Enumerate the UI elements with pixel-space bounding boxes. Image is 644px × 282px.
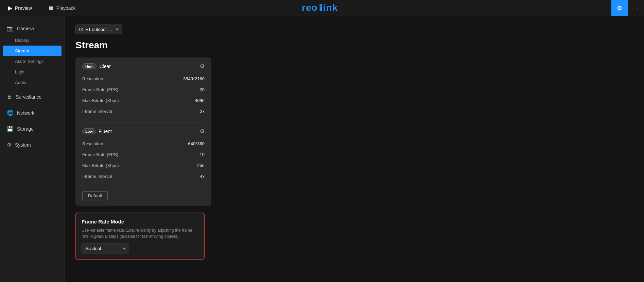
storage-icon: 💾: [7, 126, 14, 132]
page-title: Stream: [75, 40, 633, 51]
sidebar-item-stream[interactable]: Stream: [3, 46, 62, 56]
system-icon: ⚙: [7, 142, 12, 148]
high-resolution-label: Resolution: [82, 76, 103, 81]
sidebar-item-light[interactable]: Light: [0, 67, 64, 77]
sidebar-section-system: ⚙ System: [0, 138, 64, 151]
low-resolution-label: Resolution: [82, 141, 103, 146]
frame-rate-description: Use variable frame rate. Ensure clarity …: [82, 227, 198, 239]
surveillance-icon: 🖥: [7, 94, 12, 100]
high-stream-header: High Clear ⚙: [82, 63, 205, 69]
frame-rate-panel: Frame Rate Mode Use variable frame rate.…: [75, 213, 205, 260]
high-iframe-label: I-frame Interval: [82, 109, 112, 114]
low-stream-settings-icon[interactable]: ⚙: [200, 128, 205, 134]
preview-tab[interactable]: ▶ Preview: [0, 0, 40, 16]
low-iframe-value: 4x: [200, 174, 205, 179]
frame-rate-title: Frame Rate Mode: [82, 219, 198, 225]
high-quality-badge: High: [82, 63, 97, 69]
settings-button[interactable]: ⚙: [611, 0, 628, 16]
main-content: 01 E1 outdoor ... Stream High Clear ⚙ Re…: [65, 16, 644, 282]
sidebar-item-audio[interactable]: Audio: [0, 77, 64, 88]
high-framerate-value: 20: [200, 87, 205, 92]
preview-icon: ▶: [8, 5, 12, 11]
layout: 📷 Camera Display Stream Alarm Settings L…: [0, 16, 644, 282]
sidebar-section-network: 🌐 Network: [0, 106, 64, 119]
frame-rate-select[interactable]: Gradual Fixed: [82, 244, 129, 253]
low-resolution-value: 640*360: [188, 141, 205, 146]
fluent-stream-name: Fluent: [99, 129, 112, 134]
low-stream-section: Low Fluent ⚙ Resolution 640*360 Frame Ra…: [82, 128, 205, 182]
high-bitrate-value: 4096: [195, 98, 205, 103]
stream-card: High Clear ⚙ Resolution 3840*2160 Frame …: [75, 57, 211, 206]
sidebar-group-camera[interactable]: 📷 Camera: [0, 22, 64, 35]
sidebar-item-display[interactable]: Display: [0, 35, 64, 46]
camera-icon: 📷: [7, 25, 14, 32]
low-framerate-value: 10: [200, 152, 205, 157]
exit-icon: →: [633, 4, 639, 12]
topbar-nav: ▶ Preview ⏹ Playback: [0, 0, 84, 16]
topbar: ▶ Preview ⏹ Playback reo link ⚙ →: [0, 0, 644, 16]
low-stream-header: Low Fluent ⚙: [82, 128, 205, 134]
svg-text:reo: reo: [302, 2, 318, 13]
sidebar-section-camera: 📷 Camera Display Stream Alarm Settings L…: [0, 22, 64, 88]
svg-text:link: link: [320, 2, 338, 13]
sidebar: 📷 Camera Display Stream Alarm Settings L…: [0, 16, 65, 282]
low-iframe-label: I-frame Interval: [82, 174, 112, 179]
high-resolution-value: 3840*2160: [183, 76, 205, 81]
low-framerate-row: Frame Rate (FPS) 10: [82, 149, 205, 160]
playback-tab[interactable]: ⏹ Playback: [40, 0, 84, 16]
low-iframe-row: I-frame Interval 4x: [82, 171, 205, 182]
sidebar-group-storage[interactable]: 💾 Storage: [0, 122, 64, 135]
low-bitrate-row: Max Bitrate (Kbps) 256: [82, 160, 205, 171]
high-bitrate-label: Max Bitrate (Kbps): [82, 98, 119, 103]
network-icon: 🌐: [7, 110, 14, 116]
high-framerate-row: Frame Rate (FPS) 20: [82, 84, 205, 95]
high-iframe-row: I-frame Interval 2x: [82, 106, 205, 117]
high-stream-settings-icon[interactable]: ⚙: [200, 63, 205, 69]
low-bitrate-value: 256: [197, 163, 205, 168]
svg-point-2: [319, 4, 321, 6]
sidebar-group-surveillance[interactable]: 🖥 Surveillance: [0, 90, 64, 103]
playback-icon: ⏹: [48, 5, 54, 11]
sidebar-section-surveillance: 🖥 Surveillance: [0, 90, 64, 103]
sidebar-group-system[interactable]: ⚙ System: [0, 138, 64, 151]
sidebar-item-alarm[interactable]: Alarm Settings: [0, 56, 64, 67]
low-framerate-label: Frame Rate (FPS): [82, 152, 118, 157]
high-resolution-row: Resolution 3840*2160: [82, 73, 205, 84]
low-resolution-row: Resolution 640*360: [82, 138, 205, 149]
device-select[interactable]: 01 E1 outdoor ...: [75, 24, 122, 34]
topbar-right: ⚙ →: [611, 0, 644, 16]
high-bitrate-row: Max Bitrate (Kbps) 4096: [82, 95, 205, 106]
logo: reo link: [302, 2, 343, 14]
high-iframe-value: 2x: [200, 109, 205, 114]
clear-stream-name: Clear: [99, 64, 110, 69]
stream-divider: [82, 122, 205, 122]
device-selector: 01 E1 outdoor ...: [75, 24, 633, 34]
svg-rect-3: [319, 7, 321, 11]
sidebar-section-storage: 💾 Storage: [0, 122, 64, 135]
sidebar-group-network[interactable]: 🌐 Network: [0, 106, 64, 119]
high-stream-section: High Clear ⚙ Resolution 3840*2160 Frame …: [82, 63, 205, 117]
default-button[interactable]: Default: [82, 191, 108, 200]
high-framerate-label: Frame Rate (FPS): [82, 87, 118, 92]
settings-icon: ⚙: [617, 4, 622, 12]
high-stream-header-left: High Clear: [82, 63, 111, 69]
low-bitrate-label: Max Bitrate (Kbps): [82, 163, 119, 168]
exit-button[interactable]: →: [628, 0, 644, 16]
preview-label: Preview: [15, 5, 32, 11]
low-stream-header-left: Low Fluent: [82, 128, 112, 134]
playback-label: Playback: [56, 5, 76, 11]
low-quality-badge: Low: [82, 128, 96, 134]
